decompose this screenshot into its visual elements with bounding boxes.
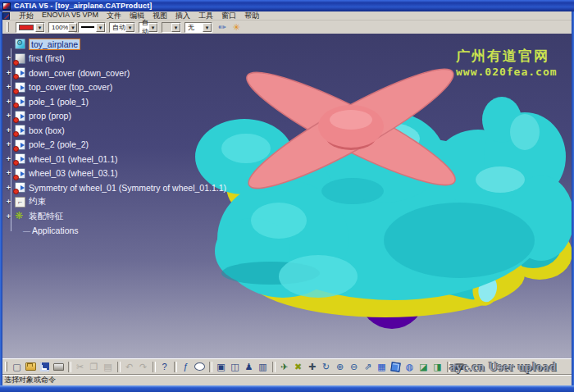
tree-item-top-cover[interactable]: + top_cover (top_cover) — [3, 80, 249, 95]
tree-node-label: prop (prop) — [29, 111, 71, 121]
chevron-down-icon[interactable]: ▾ — [203, 23, 212, 32]
new-document-icon[interactable]: ▢ — [11, 361, 23, 373]
window-border-bottom — [0, 385, 574, 392]
render-style-icon[interactable]: ◍ — [403, 361, 416, 373]
menu-help[interactable]: 帮助 — [240, 11, 263, 21]
menu-start[interactable]: 开始 — [15, 11, 38, 21]
tree-item-applications[interactable]: Applications — [0, 224, 249, 239]
menu-view[interactable]: 视图 — [148, 11, 171, 21]
tree-item-pole-1[interactable]: + pole_1 (pole_1) — [3, 94, 249, 109]
app-icon — [2, 2, 11, 10]
paste-icon: ▤ — [102, 361, 114, 373]
fly-mode-icon[interactable]: ✈ — [278, 361, 290, 373]
tree-item-box[interactable]: + box (box) — [3, 123, 249, 138]
menu-window[interactable]: 窗口 — [217, 11, 240, 21]
menu-enovia-v5-vpm[interactable]: ENOVIA V5 VPM — [38, 11, 102, 21]
tree-node-label: Applications — [23, 226, 79, 235]
normal-view-icon[interactable]: ⇗ — [362, 361, 374, 373]
chevron-down-icon: ▾ — [171, 23, 180, 32]
menu-file[interactable]: 文件 — [102, 11, 125, 21]
fit-all-icon[interactable]: ✖ — [292, 361, 304, 373]
cut-icon: ✂ — [74, 361, 86, 373]
zoom-in-icon[interactable]: ⊕ — [334, 361, 346, 373]
line-type-swatch — [81, 26, 94, 28]
chevron-down-icon[interactable]: ▾ — [68, 23, 77, 32]
tree-node-label: Symmetry of wheel_01 (Symmetry of wheel_… — [29, 183, 226, 193]
expand-plus-icon[interactable]: + — [3, 212, 14, 221]
people-icon[interactable]: ♟ — [243, 361, 255, 373]
tree-item-pole-2[interactable]: + pole_2 (pole_2) — [3, 138, 249, 153]
tree-node-icon — [15, 39, 25, 49]
menu-tools[interactable]: 工具 — [194, 11, 217, 21]
tree-node-icon — [15, 53, 25, 64]
toolbar-separator — [445, 361, 451, 373]
tree-item-wheel-03[interactable]: + wheel_03 (wheel_03.1) — [3, 166, 249, 181]
expand-plus-icon[interactable]: + — [3, 54, 14, 62]
expand-plus-icon[interactable]: + — [3, 83, 14, 91]
data-structure-icon[interactable]: ▥ — [257, 361, 269, 373]
menu-insert[interactable]: 插入 — [171, 11, 194, 21]
tree-node-label: top_cover (top_cover) — [29, 82, 112, 92]
status-message: 选择对象或命令 — [0, 375, 56, 385]
tree-node-label: 约束 — [29, 196, 46, 207]
help-icon[interactable]: ? — [158, 361, 171, 373]
swap-visible-icon[interactable]: ◨ — [431, 361, 444, 373]
status-bar: 选择对象或命令 — [0, 374, 574, 385]
tree-node-label: toy_airplane — [29, 39, 80, 50]
toolbar-grip[interactable] — [7, 22, 9, 32]
hide-show-icon[interactable]: ◪ — [417, 361, 430, 373]
toolbar-separator — [116, 361, 121, 373]
toolbar-separator — [151, 361, 157, 373]
expand-plus-icon[interactable]: + — [3, 198, 14, 206]
tree-item-down-cover[interactable]: + down_cover (down_cover) — [3, 66, 249, 80]
catia-window: CATIA V5 - [toy_airplane.CATProduct] 开始E… — [0, 0, 574, 392]
catalog-icon[interactable]: ▣ — [215, 361, 227, 373]
point-style-combo[interactable]: 自动 ▾ — [139, 22, 158, 33]
expand-plus-icon[interactable]: + — [3, 169, 14, 177]
tree-item-wheel-01[interactable]: + wheel_01 (wheel_01.1) — [3, 152, 249, 166]
chevron-down-icon[interactable]: ▾ — [35, 23, 44, 32]
zoom-out-icon[interactable]: ⊖ — [348, 361, 360, 373]
chevron-down-icon[interactable]: ▾ — [96, 23, 105, 32]
expand-plus-icon[interactable]: + — [3, 140, 14, 148]
line-weight-combo[interactable]: 自动 ▾ — [109, 22, 135, 33]
specification-tree: toy_airplane + first (first) + down_cove… — [3, 37, 249, 238]
tree-node-icon — [15, 168, 25, 179]
knowledge-fx-icon[interactable]: ƒ — [180, 361, 192, 373]
rotate-icon[interactable]: ↻ — [320, 361, 332, 373]
print-icon[interactable] — [52, 361, 65, 373]
message-bubble-icon[interactable] — [194, 361, 206, 373]
save-icon[interactable] — [39, 361, 51, 373]
tree-node-label: down_cover (down_cover) — [29, 68, 130, 78]
fill-color-combo[interactable]: ▾ — [16, 22, 45, 33]
viewport-3d[interactable]: 广州有道官网 www.020fea.com toy_airplane + — [0, 34, 574, 358]
tree-node-icon — [15, 82, 25, 93]
tree-item-toy-airplane[interactable]: toy_airplane — [3, 37, 249, 52]
open-folder-icon[interactable] — [25, 361, 37, 373]
tree-item-symmetry-of-wheel-01[interactable]: + Symmetry of wheel_01 (Symmetry of whee… — [3, 180, 249, 195]
tree-node-label: pole_1 (pole_1) — [29, 97, 89, 107]
line-type-combo[interactable]: ▾ — [78, 22, 106, 33]
camera-icon[interactable] — [453, 361, 465, 373]
toolbar-grip[interactable] — [5, 362, 7, 371]
multi-view-icon[interactable]: ▦ — [376, 361, 388, 373]
toolbar-separator — [207, 361, 213, 373]
tree-item-prop[interactable]: + prop (prop) — [3, 109, 249, 124]
link-manager-icon[interactable]: ◫ — [229, 361, 241, 373]
tree-item-constraints[interactable]: + 约束 — [3, 195, 249, 210]
tree-node-icon — [15, 67, 25, 78]
redo-icon: ↷ — [137, 361, 149, 373]
iso-view-icon[interactable] — [390, 361, 402, 373]
layer-combo[interactable]: 无 ▾ — [184, 22, 212, 33]
chevron-down-icon[interactable]: ▾ — [148, 23, 157, 32]
expand-plus-icon[interactable]: + — [3, 112, 14, 120]
tree-item-assembly-features[interactable]: + 装配特征 — [3, 209, 249, 224]
tree-node-icon — [15, 182, 25, 193]
tree-item-first[interactable]: + first (first) — [3, 52, 249, 66]
chevron-down-icon[interactable]: ▾ — [125, 23, 134, 32]
painter-icon[interactable]: ✏ — [216, 21, 229, 33]
wizard-icon[interactable]: ✳ — [230, 21, 243, 33]
pan-icon[interactable]: ✚ — [306, 361, 318, 373]
opacity-combo[interactable]: 100% ▾ — [48, 22, 75, 33]
window-title: CATIA V5 - [toy_airplane.CATProduct] — [14, 2, 153, 10]
